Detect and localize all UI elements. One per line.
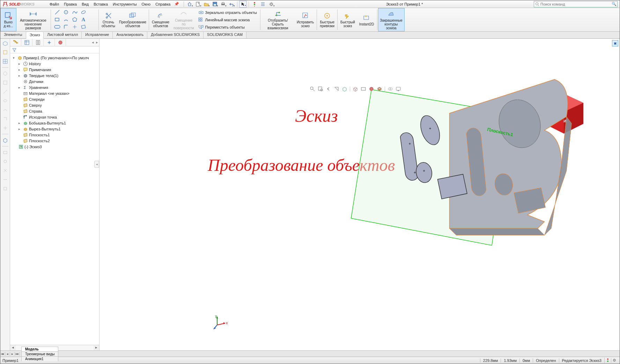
tree-item[interactable]: ▸ΣУравнения — [11, 84, 98, 90]
display-relations-button[interactable]: Отобразить/Скрыть взаимосвязи — [261, 8, 295, 31]
tab-Добавления SOLIDWORKS[interactable]: Добавления SOLIDWORKS — [147, 32, 204, 38]
search-input[interactable] — [540, 2, 611, 6]
circle-icon[interactable] — [62, 9, 70, 16]
menu-Файл[interactable]: Файл — [47, 2, 61, 6]
tb-icon-10[interactable] — [1, 167, 9, 174]
tree-item[interactable]: ▸History — [11, 61, 98, 67]
tab-Листовой металл[interactable]: Листовой металл — [44, 32, 82, 38]
status-unit-icon[interactable]: ⚙ — [611, 358, 618, 363]
smart-dimension-button[interactable]: Автоматическое нанесение размеров — [16, 8, 50, 31]
fm-tab-tree[interactable] — [10, 39, 21, 46]
menu-Справка[interactable]: Справка — [153, 2, 173, 6]
fm-filter[interactable] — [10, 46, 99, 53]
offset-button[interactable]: Смещение объектов — [150, 8, 171, 31]
tree-item[interactable]: ▸Вырез-Вытянуть1 — [11, 126, 98, 132]
repair-sketch-button[interactable]: Исправить эскиз — [295, 8, 316, 31]
tree-item[interactable]: Спереди — [11, 96, 98, 102]
select-icon[interactable]: ▾ — [239, 1, 247, 8]
tb-box-icon[interactable] — [1, 136, 9, 144]
move-button[interactable]: Переместить объекты — [197, 24, 258, 31]
tb-icon-8[interactable] — [1, 149, 9, 156]
tree-item[interactable]: ▸Твердые тела(1) — [11, 73, 98, 78]
undo-icon[interactable]: ▾ — [228, 1, 235, 8]
fm-tab-dim[interactable] — [44, 39, 55, 46]
point-icon[interactable] — [71, 23, 79, 30]
btab-Модель[interactable]: Модель — [21, 347, 58, 351]
rebuild-icon[interactable] — [251, 1, 258, 8]
tb-icon-12[interactable] — [1, 185, 9, 192]
display-style-icon[interactable] — [352, 85, 359, 92]
line-icon[interactable] — [53, 9, 61, 16]
view-settings-icon[interactable] — [387, 85, 394, 92]
new-doc-icon[interactable]: ▾ — [194, 1, 202, 8]
status-rebuild-icon[interactable] — [604, 358, 611, 363]
search-go-icon[interactable]: 🔍 — [611, 2, 617, 6]
tab-Эскиз[interactable]: Эскиз — [26, 32, 44, 39]
confirm-corner-icon[interactable]: ▣ — [612, 40, 618, 46]
tree-item[interactable]: ▸Примечания — [11, 67, 98, 73]
fm-tab-appear[interactable] — [55, 39, 66, 46]
ellipse-icon[interactable] — [79, 9, 88, 16]
view-orient-icon[interactable] — [341, 85, 348, 92]
tree-item[interactable]: Справа — [11, 108, 98, 114]
rect-icon[interactable] — [53, 16, 61, 23]
polygon-icon[interactable] — [71, 16, 79, 23]
tab-nav-first[interactable]: ⏮ — [0, 352, 5, 356]
tab-Исправление[interactable]: Исправление — [82, 32, 113, 38]
tb-icon-2[interactable] — [1, 79, 9, 86]
tab-nav-last[interactable]: ⏭ — [15, 352, 20, 356]
tree-rollback-bar[interactable]: ◂ — [94, 161, 99, 168]
tree-item[interactable]: Материал <не указан> — [11, 90, 98, 96]
trim-button[interactable]: Отсечь объекты — [99, 8, 117, 31]
assembly-icon[interactable] — [1, 39, 9, 47]
save-icon[interactable]: ▾ — [211, 1, 219, 8]
section-view-icon[interactable] — [333, 85, 340, 92]
open-icon[interactable]: ▾ — [202, 1, 210, 8]
btab-Анимация1[interactable]: Анимация1 — [21, 356, 58, 361]
tb-icon-1[interactable] — [1, 70, 9, 77]
hide-show-icon[interactable] — [360, 85, 367, 92]
previous-view-icon[interactable] — [325, 85, 332, 92]
exit-sketch-button[interactable]: Выхо д из... — [0, 8, 16, 31]
text-icon[interactable]: A — [79, 16, 88, 23]
tree-item[interactable]: ▸Бобышка-Вытянуть1 — [11, 120, 98, 126]
linear-pattern-button[interactable]: Линейный массив эскиза — [197, 16, 258, 23]
menu-Правка[interactable]: Правка — [61, 2, 79, 6]
menu-Вставка[interactable]: Вставка — [91, 2, 110, 6]
tb-icon-9[interactable] — [1, 158, 9, 165]
part-icon[interactable] — [1, 48, 9, 56]
tree-item[interactable]: Исходная точка — [11, 114, 98, 120]
rapid-sketch-button[interactable]: Быстрый эскиз — [338, 8, 357, 31]
home-icon[interactable]: ▾ — [186, 1, 193, 8]
fm-tab-config[interactable] — [32, 39, 44, 46]
tb-icon-4[interactable] — [1, 97, 9, 105]
command-search[interactable]: 🔍 — [534, 1, 618, 7]
mirror-button[interactable]: Зеркально отразить объекты — [197, 9, 258, 16]
pin-icon[interactable]: 📌 — [174, 2, 179, 6]
edit-appearance-icon[interactable] — [368, 85, 375, 92]
tb-icon-7[interactable] — [1, 124, 9, 132]
tree-sketch-item[interactable]: (-) Эскиз3 — [11, 144, 98, 150]
convert-entities-button[interactable]: Преобразование объектов — [117, 8, 148, 31]
menu-Вид[interactable]: Вид — [79, 2, 91, 6]
tree-root[interactable]: ▾ Пример1 (По умолчанию<<По умолч — [11, 55, 98, 61]
render-tools-icon[interactable] — [395, 85, 402, 92]
apply-scene-icon[interactable] — [376, 85, 383, 92]
shaded-sketch-button[interactable]: Закрашенные контуры эскиза — [378, 8, 405, 31]
tb-icon-5[interactable] — [1, 106, 9, 114]
drawing-icon[interactable] — [1, 58, 9, 65]
fillet-icon[interactable] — [62, 23, 70, 30]
spline-icon[interactable] — [71, 9, 79, 16]
tb-icon-3[interactable] — [1, 88, 9, 96]
settings-icon[interactable]: ▾ — [267, 1, 275, 8]
plane-icon[interactable] — [79, 23, 88, 30]
zoom-fit-icon[interactable] — [309, 85, 316, 92]
menu-Инструменты[interactable]: Инструменты — [110, 2, 139, 6]
tab-SOLIDWORKS CAM[interactable]: SOLIDWORKS CAM — [204, 32, 246, 38]
tab-Элементы[interactable]: Элементы — [0, 32, 26, 38]
print-icon[interactable]: ▾ — [219, 1, 227, 8]
slot-icon[interactable] — [53, 23, 61, 30]
menu-Окно[interactable]: Окно — [139, 2, 153, 6]
tree-item[interactable]: Сверху — [11, 102, 98, 108]
fm-tab-prop[interactable] — [21, 39, 32, 46]
